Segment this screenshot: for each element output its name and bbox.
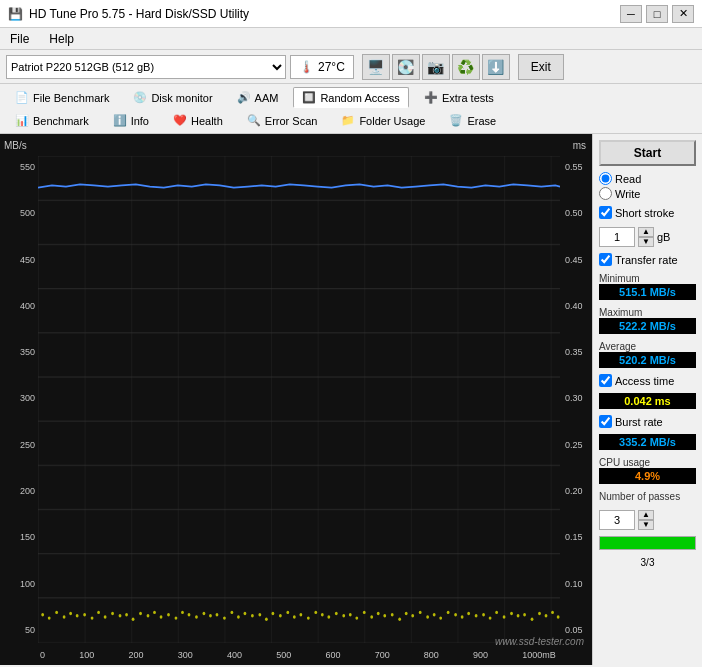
tab-random-access[interactable]: 🔲 Random Access	[293, 87, 408, 108]
access-time-checkbox-label[interactable]: Access time	[599, 374, 696, 387]
y-axis-right-label: ms	[573, 140, 586, 151]
passes-up-button[interactable]: ▲	[638, 510, 654, 520]
svg-point-53	[327, 615, 330, 618]
start-button[interactable]: Start	[599, 140, 696, 166]
svg-point-32	[181, 611, 184, 614]
average-value: 520.2 MB/s	[599, 352, 696, 368]
tab-folder-usage[interactable]: 📁 Folder Usage	[332, 110, 434, 131]
tabs-row-2: 📊 Benchmark ℹ️ Info ❤️ Health 🔍 Error Sc…	[6, 110, 696, 131]
short-stroke-down-button[interactable]: ▼	[638, 237, 654, 247]
svg-point-42	[251, 614, 254, 617]
svg-point-67	[426, 615, 429, 618]
window-title: HD Tune Pro 5.75 - Hard Disk/SSD Utility	[29, 7, 249, 21]
svg-point-13	[48, 616, 51, 619]
progress-bar-container	[599, 536, 696, 550]
svg-point-33	[188, 613, 191, 616]
read-radio[interactable]	[599, 172, 612, 185]
svg-point-55	[342, 614, 345, 617]
menu-help[interactable]: Help	[45, 30, 78, 48]
svg-point-57	[355, 616, 358, 619]
drive-selector[interactable]: Patriot P220 512GB (512 gB)	[6, 55, 286, 79]
tab-extra-tests[interactable]: ➕ Extra tests	[415, 87, 503, 108]
tab-benchmark[interactable]: 📊 Benchmark	[6, 110, 98, 131]
write-radio[interactable]	[599, 187, 612, 200]
tab-aam[interactable]: 🔊 AAM	[228, 87, 288, 108]
svg-point-40	[237, 615, 240, 618]
svg-point-79	[510, 612, 513, 615]
minimize-button[interactable]: ─	[620, 5, 642, 23]
title-bar-controls: ─ □ ✕	[620, 5, 694, 23]
tab-file-benchmark[interactable]: 📄 File Benchmark	[6, 87, 118, 108]
folder-usage-icon: 📁	[341, 114, 355, 127]
toolbar-icon-5[interactable]: ⬇️	[482, 54, 510, 80]
svg-point-65	[411, 614, 414, 617]
svg-point-35	[203, 612, 206, 615]
y-axis-left-label: MB/s	[4, 140, 27, 151]
burst-rate-stat: 335.2 MB/s	[599, 434, 696, 450]
svg-point-27	[147, 614, 150, 617]
svg-point-37	[216, 613, 219, 616]
toolbar-icon-1[interactable]: 🖥️	[362, 54, 390, 80]
short-stroke-checkbox[interactable]	[599, 206, 612, 219]
svg-point-19	[91, 616, 94, 619]
maximize-button[interactable]: □	[646, 5, 668, 23]
transfer-rate-checkbox[interactable]	[599, 253, 612, 266]
short-stroke-input[interactable]: 1	[599, 227, 635, 247]
svg-point-51	[314, 611, 317, 614]
svg-point-60	[377, 612, 380, 615]
svg-point-14	[55, 611, 58, 614]
passes-down-button[interactable]: ▼	[638, 520, 654, 530]
app-icon: 💾	[8, 7, 23, 21]
transfer-rate-checkbox-label[interactable]: Transfer rate	[599, 253, 696, 266]
svg-point-81	[523, 613, 526, 616]
chart-svg	[38, 156, 560, 643]
minimum-value: 515.1 MB/s	[599, 284, 696, 300]
short-stroke-up-button[interactable]: ▲	[638, 227, 654, 237]
x-axis-labels: 0 100 200 300 400 500 600 700 800 900 10…	[40, 650, 556, 660]
burst-rate-checkbox-label[interactable]: Burst rate	[599, 415, 696, 428]
svg-point-38	[223, 616, 226, 619]
svg-point-80	[517, 614, 520, 617]
tab-erase[interactable]: 🗑️ Erase	[440, 110, 505, 131]
toolbar-icon-3[interactable]: 📷	[422, 54, 450, 80]
svg-point-24	[125, 613, 128, 616]
svg-point-85	[551, 611, 554, 614]
tabs-row-1: 📄 File Benchmark 💿 Disk monitor 🔊 AAM 🔲 …	[6, 87, 696, 108]
svg-point-43	[258, 613, 261, 616]
tab-health[interactable]: ❤️ Health	[164, 110, 232, 131]
svg-point-26	[139, 612, 142, 615]
tab-error-scan[interactable]: 🔍 Error Scan	[238, 110, 327, 131]
svg-point-76	[489, 616, 492, 619]
svg-point-75	[482, 613, 485, 616]
watermark: www.ssd-tester.com	[495, 636, 584, 647]
svg-point-49	[299, 613, 302, 616]
access-time-checkbox[interactable]	[599, 374, 612, 387]
tab-disk-monitor[interactable]: 💿 Disk monitor	[124, 87, 221, 108]
svg-point-50	[307, 616, 310, 619]
svg-point-66	[419, 611, 422, 614]
svg-point-28	[153, 611, 156, 614]
toolbar-icon-4[interactable]: ♻️	[452, 54, 480, 80]
write-radio-label[interactable]: Write	[599, 187, 696, 200]
tab-info[interactable]: ℹ️ Info	[104, 110, 158, 131]
svg-point-77	[495, 611, 498, 614]
short-stroke-checkbox-label[interactable]: Short stroke	[599, 206, 696, 219]
passes-input[interactable]: 3	[599, 510, 635, 530]
toolbar-icon-2[interactable]: 💽	[392, 54, 420, 80]
toolbar: Patriot P220 512GB (512 gB) 🌡️ 27°C 🖥️ 💽…	[0, 50, 702, 84]
close-button[interactable]: ✕	[672, 5, 694, 23]
svg-point-72	[461, 615, 464, 618]
short-stroke-spinner-row: 1 ▲ ▼ gB	[599, 227, 696, 247]
read-radio-label[interactable]: Read	[599, 172, 696, 185]
svg-rect-1	[38, 156, 560, 643]
svg-point-12	[41, 613, 44, 616]
erase-icon: 🗑️	[449, 114, 463, 127]
exit-button[interactable]: Exit	[518, 54, 564, 80]
svg-point-41	[244, 612, 247, 615]
y-axis-left: 550 500 450 400 350 300 250 200 150 100 …	[0, 162, 38, 635]
burst-rate-checkbox[interactable]	[599, 415, 612, 428]
svg-point-71	[454, 613, 457, 616]
menu-file[interactable]: File	[6, 30, 33, 48]
title-bar-left: 💾 HD Tune Pro 5.75 - Hard Disk/SSD Utili…	[8, 7, 249, 21]
cpu-usage-value: 4.9%	[599, 468, 696, 484]
